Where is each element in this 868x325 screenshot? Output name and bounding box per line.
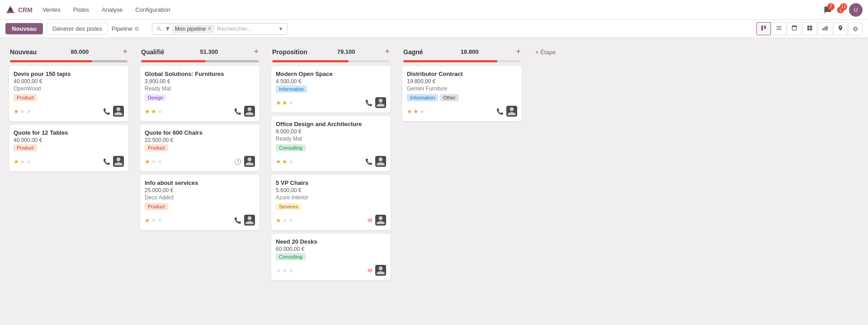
email-icon[interactable]: ✉ (368, 217, 373, 224)
column-progress-bar (272, 60, 390, 62)
list-view-button[interactable] (772, 22, 786, 35)
messages-badge[interactable]: 7 (824, 6, 832, 14)
card-amount: 60.000,00 € (276, 246, 386, 252)
pipeline-settings-icon[interactable]: ⚙ (134, 26, 139, 32)
card-tags: Product (14, 94, 124, 104)
column-total: 79.100 (337, 48, 355, 55)
card-footer: ★★★ 📞 (407, 106, 517, 117)
kanban-card[interactable]: Distributor Contract 19.800,00 € Gemini … (402, 66, 522, 121)
phone-icon[interactable]: 📞 (234, 217, 241, 224)
nav-pistes[interactable]: Pistes (71, 5, 92, 15)
card-actions: 📞 (234, 215, 255, 226)
svg-rect-9 (807, 28, 810, 31)
activity-badge[interactable]: 11 (836, 6, 844, 14)
card-tags: Consulting (276, 144, 386, 154)
card-actions: ✉ (368, 215, 386, 226)
column-title: Qualifié (141, 48, 164, 56)
star-2: ★ (282, 158, 288, 165)
kanban-card[interactable]: Need 20 Desks 60.000,00 € Consulting ★★★… (271, 234, 391, 280)
star-2: ★ (282, 99, 288, 106)
progress-red (403, 60, 497, 62)
star-2: ★ (282, 217, 288, 224)
card-title: 5 VP Chairs (276, 179, 386, 186)
card-actions: 📞 (103, 106, 124, 117)
svg-rect-4 (777, 26, 782, 27)
kanban-card[interactable]: Info about services 25.000,00 € Deco Add… (140, 175, 259, 230)
add-stage-button[interactable]: + Étape (530, 45, 561, 59)
card-tags: Product (14, 144, 124, 154)
progress-red (10, 60, 92, 62)
column-add-button[interactable]: + (123, 47, 127, 57)
generate-leads-button[interactable]: Générer des pistes (47, 23, 108, 35)
kanban-card[interactable]: Devis pour 150 tapis 40.000,00 € OpenWoo… (9, 66, 128, 121)
column-total: 51.300 (200, 48, 218, 55)
card-footer: ★★★ 📞 (14, 106, 124, 117)
user-avatar[interactable]: U (849, 3, 863, 17)
phone-icon[interactable]: 📞 (365, 158, 373, 165)
star-3: ★ (288, 267, 294, 274)
star-2: ★ (151, 217, 156, 224)
nav-ventes[interactable]: Ventes (40, 5, 63, 15)
column-title: Gagné (403, 48, 423, 56)
card-company: Deco Addict (145, 194, 255, 201)
top-navigation: CRM Ventes Pistes Analyse Configuration … (0, 0, 868, 20)
kanban-card[interactable]: Modern Open Space 4.500,00 € Information… (271, 66, 391, 113)
column-progress-bar (403, 60, 521, 62)
nav-configuration[interactable]: Configuration (132, 5, 173, 15)
nav-analyse[interactable]: Analyse (99, 5, 125, 15)
svg-rect-11 (823, 28, 824, 30)
card-stars: ★★★ (145, 158, 163, 165)
kanban-card[interactable]: Quote for 12 Tables 40.000,00 € Product … (9, 125, 128, 171)
progress-gray (92, 60, 127, 62)
kanban-view-button[interactable] (756, 22, 771, 35)
card-title: Info about services (145, 179, 255, 186)
phone-icon[interactable]: 📞 (234, 108, 241, 115)
phone-icon[interactable]: 📞 (103, 158, 110, 165)
column-add-button[interactable]: + (385, 47, 390, 57)
search-input[interactable]: Rechercher... (217, 25, 275, 32)
star-2: ★ (20, 158, 25, 165)
search-dropdown-arrow[interactable]: ▼ (278, 26, 283, 32)
card-tags: Product (145, 203, 255, 213)
column-header: Nouveau 80.000 + (5, 43, 132, 60)
star-3: ★ (26, 158, 32, 165)
new-button[interactable]: Nouveau (5, 23, 43, 34)
card-amount: 22.500,00 € (145, 137, 255, 143)
phone-icon[interactable]: 📞 (365, 99, 373, 106)
svg-point-1 (9, 8, 12, 11)
card-actions: 📞 (496, 106, 517, 117)
column-gagne: Gagné 19.800 + Distributor Contract 19.8… (399, 43, 525, 125)
card-company: OpenWood (14, 85, 124, 92)
clock-icon[interactable]: 🕐 (234, 158, 241, 165)
card-title: Devis pour 150 tapis (14, 71, 124, 77)
star-1: ★ (14, 158, 19, 165)
crm-logo[interactable]: CRM (5, 5, 33, 15)
assignee-avatar (244, 106, 255, 117)
remove-filter-button[interactable]: ✕ (208, 26, 212, 32)
kanban-card[interactable]: Office Design and Architecture 9.000,00 … (271, 116, 391, 171)
column-add-button[interactable]: + (254, 47, 259, 57)
column-add-button[interactable]: + (516, 47, 521, 57)
card-stars: ★★★ (14, 108, 32, 115)
column-header: Qualifié 51.300 + (137, 43, 263, 60)
svg-rect-10 (810, 28, 812, 31)
progress-red (141, 60, 206, 62)
card-company: Ready Mat (145, 85, 255, 92)
card-title: Quote for 600 Chairs (145, 129, 255, 136)
pipeline-filter-tag[interactable]: Mon pipeline ✕ (172, 25, 214, 33)
chart-view-button[interactable] (818, 22, 832, 35)
email-icon[interactable]: ✉ (368, 267, 373, 274)
svg-rect-8 (810, 26, 812, 28)
map-view-button[interactable] (833, 22, 848, 35)
view-switcher: ⚙ (756, 22, 863, 35)
kanban-card[interactable]: Quote for 600 Chairs 22.500,00 € Product… (140, 125, 259, 171)
calendar-view-button[interactable] (787, 22, 802, 35)
settings-view-button[interactable]: ⚙ (849, 23, 863, 35)
phone-icon[interactable]: 📞 (103, 108, 110, 115)
star-3: ★ (288, 158, 294, 165)
phone-icon[interactable]: 📞 (496, 108, 504, 115)
kanban-card[interactable]: Global Solutions: Furnitures 3.800,00 € … (140, 66, 259, 121)
card-stars: ★★★ (276, 267, 294, 274)
kanban-card[interactable]: 5 VP Chairs 5.600,00 € Azure Interior Se… (271, 175, 391, 230)
pivot-view-button[interactable] (802, 22, 817, 35)
